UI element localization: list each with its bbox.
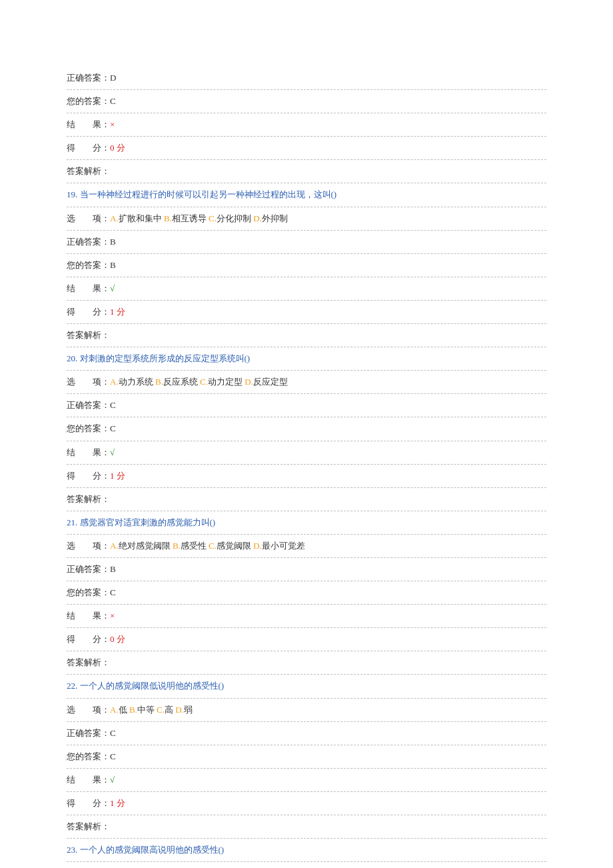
your-answer-row: 您的答案：C [67, 745, 546, 769]
options-row: 选 项：A.扩散和集中 B.相互诱导 C.分化抑制 D.外抑制 [67, 207, 546, 231]
correct-answer: C [110, 728, 116, 738]
label-explain: 答案解析 [67, 655, 101, 670]
explain-row: 答案解析： [67, 815, 546, 839]
label-result: 结 果 [67, 773, 101, 787]
correct-answer-row: 正确答案：B [67, 231, 546, 254]
options-row: 选 项：A.低 B.中等 C.比较高 D.高 [67, 862, 546, 868]
result-row: 结 果：√ [67, 277, 546, 301]
question-text: 对刺激的定型系统所形成的反应定型系统叫() [80, 353, 251, 363]
question-number: 23. [67, 845, 80, 855]
option-text: 弱 [184, 705, 193, 715]
option-key: D. [253, 541, 262, 551]
score-unit: 分 [115, 143, 125, 153]
score-row: 得 分：1 分 [67, 301, 546, 324]
question-list: 19. 当一种神经过程进行的时候可以引起另一种神经过程的出现，这叫()选 项：A… [67, 183, 546, 868]
option-text: 最小可觉差 [262, 541, 305, 551]
option-text: 扩散和集中 [119, 213, 164, 223]
explain-row: 答案解析： [67, 488, 546, 511]
correct-answer-row: 正确答案：C [67, 722, 546, 745]
label-correct: 正确答案 [67, 726, 101, 741]
question-text: 一个人的感觉阈限高说明他的感受性() [80, 845, 225, 855]
score-unit: 分 [115, 798, 125, 808]
question-text: 当一种神经过程进行的时候可以引起另一种神经过程的出现，这叫() [80, 189, 337, 199]
question-title-row: 21. 感觉器官对适宜刺激的感觉能力叫() [67, 511, 546, 535]
option-text: 动力定型 [208, 377, 245, 387]
option-key: B. [173, 541, 181, 551]
explain-row: 答案解析： [67, 324, 546, 347]
q18-result-mark: × [110, 119, 115, 129]
label-correct: 正确答案 [67, 235, 101, 249]
correct-answer-row: 正确答案：B [67, 558, 546, 581]
option-key: B. [155, 377, 163, 387]
option-text: 高 [165, 705, 175, 715]
label-your: 您的答案 [67, 421, 101, 436]
option-text: 中等 [137, 705, 157, 715]
option-text: 感受性 [181, 541, 209, 551]
option-text: 外抑制 [262, 213, 288, 223]
option-text: 绝对感觉阈限 [119, 541, 173, 551]
option-key: B. [129, 705, 137, 715]
label-score: 得 分 [67, 632, 101, 647]
label-correct: 正确答案 [67, 562, 101, 577]
label-score: 得 分 [67, 305, 101, 319]
option-key: C. [209, 541, 217, 551]
label-result: 结 果 [67, 609, 101, 623]
score-unit: 分 [115, 307, 125, 317]
score-row: 得 分：1 分 [67, 792, 546, 815]
correct-answer: B [110, 564, 116, 574]
label-explain: 答案解析 [67, 492, 101, 507]
q18-your: C [110, 96, 116, 106]
label-your: 您的答案 [67, 585, 101, 600]
option-key: A. [110, 213, 119, 223]
option-key: A. [110, 705, 119, 715]
option-text: 相互诱导 [172, 213, 209, 223]
q18-correct-row: 正确答案：D [67, 67, 546, 90]
option-key: C. [157, 705, 165, 715]
q18-correct: D [110, 73, 116, 83]
option-key: A. [110, 541, 119, 551]
question-number: 21. [67, 517, 80, 527]
result-mark: √ [110, 283, 115, 293]
question-title-row: 19. 当一种神经过程进行的时候可以引起另一种神经过程的出现，这叫() [67, 183, 546, 207]
option-text: 感觉阈限 [217, 541, 253, 551]
label-correct: 正确答案 [67, 71, 101, 85]
question-text: 感觉器官对适宜刺激的感觉能力叫() [80, 517, 216, 527]
option-text: 低 [119, 705, 129, 715]
your-answer: B [110, 260, 116, 270]
label-options: 选 项 [67, 539, 101, 553]
option-key: B. [164, 213, 172, 223]
option-text: 反应系统 [163, 377, 200, 387]
result-row: 结 果：√ [67, 769, 546, 792]
your-answer-row: 您的答案：B [67, 254, 546, 277]
label-score: 得 分 [67, 469, 101, 483]
option-text: 动力系统 [119, 377, 155, 387]
option-text: 反应定型 [253, 377, 288, 387]
label-explain: 答案解析 [67, 328, 101, 343]
option-key: C. [209, 213, 217, 223]
label-result: 结 果 [67, 281, 101, 296]
your-answer: C [110, 587, 116, 597]
question-text: 一个人的感觉阈限低说明他的感受性() [80, 681, 225, 691]
options-row: 选 项：A.动力系统 B.反应系统 C.动力定型 D.反应定型 [67, 371, 546, 394]
q18-your-row: 您的答案：C [67, 90, 546, 113]
result-mark: √ [110, 447, 115, 457]
option-key: D. [175, 705, 184, 715]
correct-answer-row: 正确答案：C [67, 394, 546, 417]
q18-result-row: 结 果：× [67, 113, 546, 137]
option-key: D. [245, 377, 253, 387]
label-your: 您的答案 [67, 258, 101, 273]
options-row: 选 项：A.低 B.中等 C.高 D.弱 [67, 699, 546, 722]
q18-score-row: 得 分：0 分 [67, 137, 546, 160]
question-title-row: 22. 一个人的感觉阈限低说明他的感受性() [67, 675, 546, 698]
your-answer: C [110, 423, 116, 433]
label-options: 选 项 [67, 703, 101, 717]
label-result: 结 果 [67, 117, 101, 132]
q18-explain-row: 答案解析： [67, 160, 546, 183]
score-unit: 分 [115, 471, 125, 481]
result-row: 结 果：√ [67, 441, 546, 465]
question-number: 19. [67, 189, 80, 199]
score-row: 得 分：1 分 [67, 465, 546, 488]
label-options: 选 项 [67, 211, 101, 226]
label-correct: 正确答案 [67, 398, 101, 413]
option-text: 分化抑制 [217, 213, 253, 223]
